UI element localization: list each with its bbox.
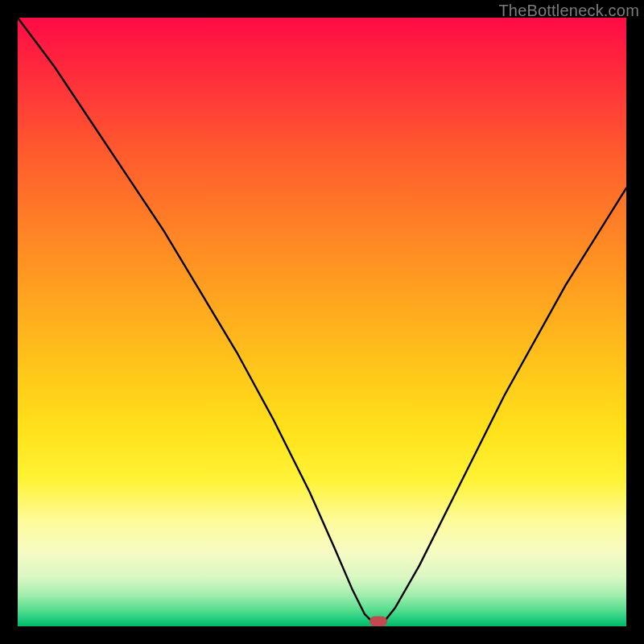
curve-svg [18, 18, 626, 626]
plot-area [18, 18, 626, 626]
optimum-marker [369, 616, 387, 626]
bottleneck-curve [18, 18, 626, 623]
chart-frame: TheBottleneck.com [0, 0, 644, 644]
